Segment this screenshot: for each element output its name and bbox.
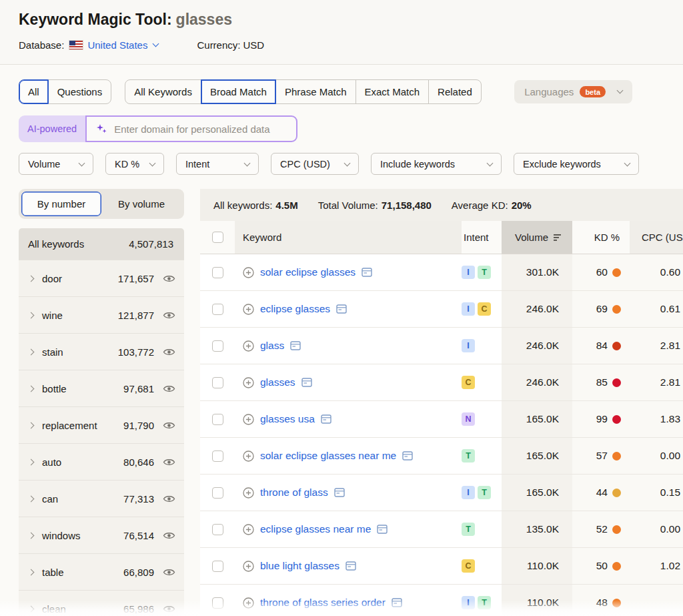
row-checkbox-cell [200,291,235,327]
sidebar-group-row[interactable]: door 171,657 [19,260,184,296]
serp-features-icon[interactable] [301,378,312,387]
filter-volume[interactable]: Volume [19,153,93,175]
eye-icon[interactable] [163,274,175,283]
add-keyword-icon[interactable] [243,450,254,462]
keyword-link[interactable]: throne of glass [260,487,328,499]
sidebar-all-keywords-row[interactable]: All keywords 4,507,813 [19,228,184,260]
row-checkbox[interactable] [212,267,223,278]
row-checkbox[interactable] [212,487,223,499]
toggle-by-volume[interactable]: By volume [101,192,181,216]
page-title: Keyword Magic Tool:glasses [19,11,664,29]
eye-icon[interactable] [163,421,175,430]
sidebar-group-row[interactable]: can 77,313 [19,480,184,517]
filter-cpc[interactable]: CPC (USD) [271,153,359,175]
serp-features-icon[interactable] [402,451,413,460]
eye-icon[interactable] [163,495,175,503]
serp-features-icon[interactable] [377,525,388,534]
sidebar-group-row[interactable]: clean 65,986 [19,590,184,616]
sidebar-group-row[interactable]: wine 121,877 [19,296,184,333]
row-checkbox[interactable] [212,561,223,572]
chevron-down-icon [344,160,351,167]
eye-icon[interactable] [163,311,175,320]
tab-related[interactable]: Related [428,79,482,104]
ai-personalization-bar: AI-powered Enter domain for personalized… [19,115,297,142]
row-checkbox[interactable] [212,340,223,352]
keyword-link[interactable]: glasses [260,376,295,388]
keyword-link[interactable]: eclipse glasses [260,303,330,315]
cpc-cell: 1.02 [630,548,683,584]
add-keyword-icon[interactable] [243,267,254,278]
filter-intent[interactable]: Intent [176,153,259,175]
keyword-link[interactable]: solar eclipse glasses near me [260,450,396,462]
keyword-cell: eclipse glasses near me [235,511,462,547]
eye-icon[interactable] [163,568,175,577]
filter-include-keywords[interactable]: Include keywords [371,153,502,175]
database-select[interactable]: United States [87,39,158,51]
cpc-column-header[interactable]: CPC (USD) [630,221,683,254]
sidebar-group-row[interactable]: windows 76,514 [19,517,184,553]
keyword-link[interactable]: throne of glass series order [260,597,386,609]
serp-features-icon[interactable] [336,304,347,314]
eye-icon[interactable] [163,348,175,356]
sidebar-group-row[interactable]: bottle 97,681 [19,370,184,406]
add-keyword-icon[interactable] [243,414,254,425]
tab-questions[interactable]: Questions [48,79,112,104]
keyword-link[interactable]: blue light glasses [260,560,339,572]
row-checkbox[interactable] [212,414,223,425]
tab-all-keywords[interactable]: All Keywords [125,79,201,104]
keyword-link[interactable]: eclipse glasses near me [260,523,371,535]
volume-value: 165.0K [526,487,559,499]
eye-icon[interactable] [163,531,175,540]
serp-features-icon[interactable] [334,488,345,497]
sidebar-group-row[interactable]: replacement 91,790 [19,406,184,443]
serp-features-icon[interactable] [321,414,331,424]
eye-icon[interactable] [163,605,175,613]
serp-features-icon[interactable] [290,341,301,350]
cpc-value: 0.60 [660,266,680,278]
tab-exact-match[interactable]: Exact Match [356,79,430,104]
row-checkbox[interactable] [212,377,223,388]
filter-exclude-keywords[interactable]: Exclude keywords [514,153,639,175]
add-keyword-icon[interactable] [243,597,254,609]
toggle-by-number[interactable]: By number [21,192,101,216]
keyword-link[interactable]: glass [260,340,284,352]
volume-column-header[interactable]: Volume [502,221,572,254]
eye-icon[interactable] [163,384,175,393]
row-checkbox[interactable] [212,304,223,315]
serp-features-icon[interactable] [346,561,356,571]
kd-column-header[interactable]: KD % [572,221,630,254]
languages-dropdown[interactable]: Languages beta [514,80,632,103]
tab-all[interactable]: All [19,79,49,104]
sidebar-group-row[interactable]: table 66,809 [19,553,184,590]
volume-cell: 165.0K [502,401,572,437]
tab-phrase-match[interactable]: Phrase Match [275,79,356,104]
domain-input[interactable]: Enter domain for personalized data [85,115,297,142]
kd-value: 84 [596,340,608,352]
eye-icon[interactable] [163,458,175,467]
keyword-link[interactable]: glasses usa [260,413,315,425]
filter-kd[interactable]: KD % [105,153,164,175]
select-all-checkbox[interactable] [212,232,223,243]
row-checkbox[interactable] [212,524,223,535]
intent-badge-T: T [478,266,491,279]
tab-broad-match[interactable]: Broad Match [201,79,276,104]
kd-value: 85 [596,376,608,388]
add-keyword-icon[interactable] [243,487,254,499]
row-checkbox[interactable] [212,597,223,609]
add-keyword-icon[interactable] [243,340,254,352]
add-keyword-icon[interactable] [243,304,254,315]
table-row: solar eclipse glasses near me T 165.0K 5… [200,438,683,475]
chevron-down-icon [149,160,156,167]
add-keyword-icon[interactable] [243,377,254,388]
sidebar-group-row[interactable]: auto 80,646 [19,443,184,480]
serp-features-icon[interactable] [362,268,372,277]
row-checkbox[interactable] [212,450,223,462]
add-keyword-icon[interactable] [243,524,254,535]
header: Keyword Magic Tool:glasses Database: Uni… [0,0,683,65]
keyword-column-header[interactable]: Keyword [235,221,462,254]
add-keyword-icon[interactable] [243,561,254,572]
volume-cell: 165.0K [502,475,572,511]
serp-features-icon[interactable] [392,598,402,607]
keyword-link[interactable]: solar eclipse glasses [260,266,356,278]
sidebar-group-row[interactable]: stain 103,772 [19,333,184,370]
